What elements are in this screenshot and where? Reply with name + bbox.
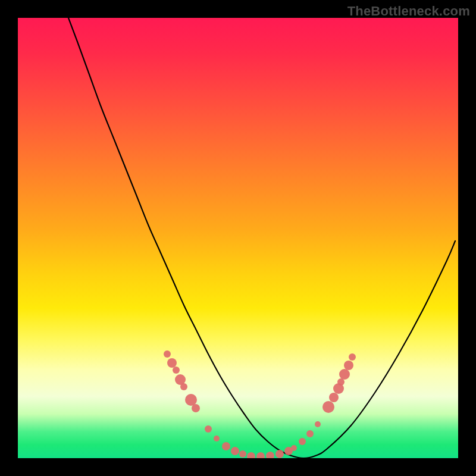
- marker-layer: [164, 350, 356, 458]
- highlight-dot: [173, 367, 180, 374]
- highlight-dot: [214, 436, 220, 441]
- highlight-dot: [284, 447, 293, 455]
- highlight-dot: [339, 369, 350, 380]
- highlight-dot: [192, 404, 200, 412]
- highlight-dot: [337, 378, 345, 386]
- highlight-dot: [329, 393, 339, 402]
- highlight-dot: [164, 350, 171, 358]
- chart-frame: TheBottleneck.com: [0, 0, 476, 476]
- highlight-dot: [315, 421, 321, 427]
- highlight-dot: [333, 383, 344, 394]
- highlight-dot: [266, 452, 274, 458]
- highlight-dot: [167, 358, 177, 368]
- highlight-dot: [247, 452, 255, 458]
- plot-area: [18, 18, 458, 458]
- highlight-dot: [222, 442, 230, 450]
- watermark-text: TheBottleneck.com: [347, 4, 470, 19]
- highlight-dot: [344, 361, 353, 370]
- highlight-dot: [180, 383, 187, 390]
- highlight-dot: [185, 394, 197, 406]
- chart-svg: [18, 18, 458, 458]
- highlight-dot: [291, 445, 297, 451]
- highlight-dot: [175, 374, 186, 385]
- highlight-dot: [275, 450, 284, 458]
- highlight-dot: [256, 452, 265, 458]
- highlight-dot: [306, 430, 314, 437]
- highlight-dot: [349, 353, 356, 361]
- highlight-dot: [231, 447, 239, 455]
- highlight-dot: [205, 425, 212, 433]
- curve-layer: [68, 18, 455, 458]
- highlight-dot: [299, 438, 306, 445]
- highlight-dot: [239, 450, 246, 458]
- bottleneck-curve: [68, 18, 455, 458]
- highlight-dot: [322, 401, 334, 413]
